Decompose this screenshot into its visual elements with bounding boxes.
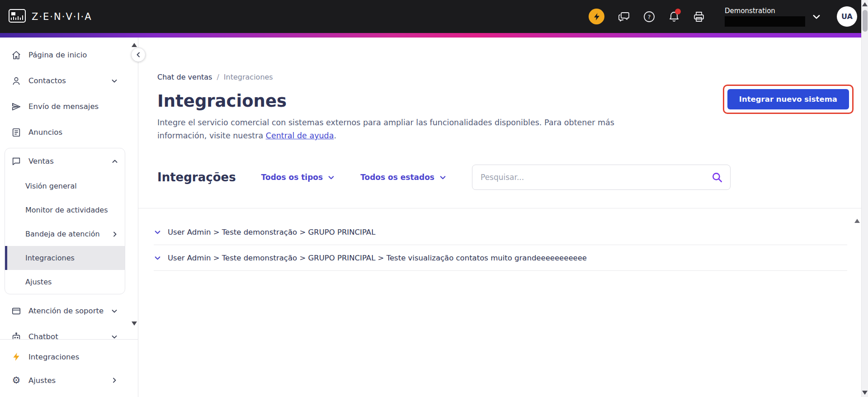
search-box <box>472 165 731 190</box>
sidebar-subitem-label: Visión general <box>25 182 77 190</box>
annotation-highlight: Integrar nuevo sistema <box>723 85 854 114</box>
sidebar-item-label: Ajustes <box>28 376 56 385</box>
breadcrumb-current: Integraciones <box>224 73 273 81</box>
description-text: Integre el servicio comercial con sistem… <box>157 118 614 140</box>
chat-bubble-icon <box>11 156 22 167</box>
topbar-actions: ? Demonstration UA <box>589 6 857 27</box>
type-filter-dropdown[interactable]: Todos os tipos <box>261 173 335 182</box>
chevron-down-icon <box>327 174 335 181</box>
sidebar-item-label: Integraciones <box>28 353 79 361</box>
news-icon <box>11 127 22 138</box>
lightning-icon[interactable] <box>589 9 604 24</box>
sidebar-collapse-button[interactable] <box>131 47 146 62</box>
gear-icon: ⚙ <box>11 375 22 386</box>
scroll-down-icon[interactable] <box>132 321 137 326</box>
help-center-link[interactable]: Central de ayuda <box>266 131 334 140</box>
search-icon[interactable] <box>711 171 723 183</box>
send-icon <box>11 101 22 112</box>
sidebar-subitem-overview[interactable]: Visión general <box>5 174 125 198</box>
section-title: Integrações <box>157 170 236 184</box>
chevron-up-icon <box>111 158 118 165</box>
sidebar-subitem-activity-monitor[interactable]: Monitor de actividades <box>5 198 125 222</box>
chevron-down-icon <box>111 77 118 85</box>
list-scrollbar[interactable] <box>854 210 861 265</box>
help-icon[interactable]: ? <box>643 11 655 23</box>
main-content: Chat de ventas / Integraciones Integraci… <box>138 38 868 397</box>
sidebar-subitem-label: Integraciones <box>25 254 75 262</box>
integrations-list: User Admin > Teste demonstração > GRUPO … <box>138 208 868 271</box>
printer-icon[interactable] <box>693 11 705 22</box>
lightning-icon <box>11 351 22 362</box>
support-desk-icon <box>11 306 22 317</box>
sidebar: Página de inicio Contactos Envío de mens… <box>0 38 138 397</box>
sidebar-item-home[interactable]: Página de inicio <box>0 42 138 68</box>
brand-text: Z·E·N·V·I·A <box>32 11 92 22</box>
chevron-down-icon <box>439 174 447 181</box>
chevron-down-icon[interactable] <box>154 254 161 262</box>
sidebar-scrollbar[interactable] <box>132 38 138 339</box>
sidebar-item-integrations-global[interactable]: Integraciones <box>0 345 138 369</box>
sidebar-item-contacts[interactable]: Contactos <box>0 68 138 94</box>
home-icon <box>11 50 22 61</box>
chevron-right-icon <box>111 231 118 238</box>
chatbot-icon <box>11 331 22 340</box>
sidebar-item-label: Contactos <box>28 76 66 85</box>
svg-text:?: ? <box>648 14 651 20</box>
status-filter-dropdown[interactable]: Todos os estados <box>360 173 447 182</box>
contacts-icon <box>11 76 22 86</box>
chevron-left-icon <box>135 51 142 58</box>
list-item[interactable]: User Admin > Teste demonstração > GRUPO … <box>154 245 847 271</box>
chevron-down-icon <box>111 333 118 340</box>
sidebar-item-label: Página de inicio <box>28 51 87 59</box>
conversations-icon[interactable] <box>618 11 630 22</box>
sidebar-subitem-label: Ajustes <box>25 278 52 286</box>
scroll-up-icon[interactable] <box>862 2 868 6</box>
description-period: . <box>334 131 336 140</box>
user-avatar[interactable]: UA <box>837 6 857 27</box>
sidebar-item-sales[interactable]: Ventas <box>5 148 125 174</box>
sidebar-item-label: Chatbot <box>28 332 58 339</box>
page-description: Integre el servicio comercial con sistem… <box>157 116 637 142</box>
sidebar-subitem-integrations[interactable]: Integraciones <box>5 246 125 270</box>
sidebar-item-support[interactable]: Atención de soporte <box>0 298 138 324</box>
sidebar-item-settings-global[interactable]: ⚙ Ajustes <box>0 369 138 392</box>
breadcrumb: Chat de ventas / Integraciones <box>157 73 847 81</box>
type-filter-label: Todos os tipos <box>261 173 323 182</box>
sidebar-bottom-section: Integraciones ⚙ Ajustes <box>0 339 138 397</box>
breadcrumb-separator: / <box>217 73 219 81</box>
gradient-accent-bar <box>0 33 868 38</box>
sidebar-item-chatbot[interactable]: Chatbot <box>0 324 138 339</box>
scroll-up-icon[interactable] <box>854 210 860 223</box>
breadcrumb-parent[interactable]: Chat de ventas <box>157 73 212 81</box>
sidebar-item-messaging[interactable]: Envío de mensajes <box>0 94 138 119</box>
new-integration-button[interactable]: Integrar nuevo sistema <box>727 89 849 109</box>
chevron-down-icon[interactable] <box>154 228 161 236</box>
chevron-down-icon <box>811 12 821 22</box>
workspace-name: Demonstration <box>725 7 805 15</box>
sales-group: Ventas Visión general Monitor de activid… <box>5 148 125 294</box>
notification-dot <box>675 9 681 14</box>
sidebar-subitem-label: Monitor de actividades <box>25 206 108 214</box>
sidebar-item-label: Atención de soporte <box>28 307 104 315</box>
sidebar-item-label: Anuncios <box>28 128 62 137</box>
sidebar-item-label: Ventas <box>28 157 54 165</box>
redacted-text-block <box>725 16 805 27</box>
notifications-icon[interactable] <box>669 11 679 23</box>
sidebar-scroll-area: Página de inicio Contactos Envío de mens… <box>0 38 138 339</box>
sidebar-subitem-settings[interactable]: Ajustes <box>5 270 125 294</box>
scroll-up-icon[interactable] <box>132 43 137 47</box>
chevron-down-icon <box>111 307 118 315</box>
chevron-right-icon <box>111 377 118 384</box>
page-scrollbar[interactable] <box>861 0 868 397</box>
scrollbar-thumb[interactable] <box>863 10 868 32</box>
sidebar-item-announcements[interactable]: Anuncios <box>0 119 138 145</box>
brand[interactable]: Z·E·N·V·I·A <box>8 9 92 25</box>
status-filter-label: Todos os estados <box>360 173 434 182</box>
zenvia-logo-icon <box>8 9 26 25</box>
workspace-selector[interactable]: Demonstration <box>725 7 821 27</box>
integration-path: User Admin > Teste demonstração > GRUPO … <box>168 254 587 262</box>
sidebar-subitem-inbox[interactable]: Bandeja de atención <box>5 222 125 246</box>
list-item[interactable]: User Admin > Teste demonstração > GRUPO … <box>154 219 847 245</box>
search-input[interactable] <box>481 173 711 182</box>
scroll-down-icon[interactable] <box>862 391 868 395</box>
